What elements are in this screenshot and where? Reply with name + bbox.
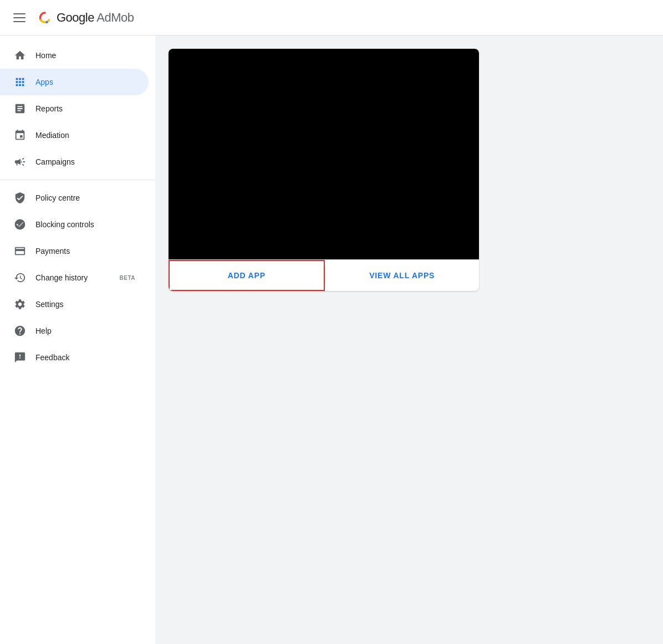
card-video-area: [169, 49, 479, 259]
settings-icon: [13, 298, 27, 311]
sidebar-item-label: Mediation: [35, 131, 135, 140]
sidebar-item-label: Campaigns: [35, 157, 135, 166]
beta-badge: BETA: [120, 275, 135, 281]
sidebar-item-policy-centre[interactable]: Policy centre: [0, 185, 149, 211]
header: Google AdMob: [0, 0, 663, 35]
sidebar-item-help[interactable]: Help: [0, 318, 149, 344]
sidebar-item-reports[interactable]: Reports: [0, 95, 149, 122]
feedback-icon: [13, 351, 27, 364]
help-icon: [13, 324, 27, 338]
sidebar-item-label: Help: [35, 326, 135, 335]
sidebar-item-home[interactable]: Home: [0, 42, 149, 69]
sidebar-item-label: Feedback: [35, 353, 135, 362]
sidebar-item-label: Home: [35, 51, 135, 60]
mediation-icon: [13, 129, 27, 142]
content-area: ADD APP VIEW ALL APPS: [155, 35, 663, 644]
sidebar-item-label: Change history: [35, 273, 109, 282]
sidebar-item-label: Payments: [35, 247, 135, 255]
apps-icon: [13, 75, 27, 89]
payments-icon: [13, 244, 27, 258]
header-title: Google AdMob: [57, 11, 134, 25]
sidebar-item-blocking-controls[interactable]: Blocking controls: [0, 211, 149, 238]
sidebar-item-label: Blocking controls: [35, 220, 135, 229]
home-icon: [13, 49, 27, 62]
sidebar-item-apps[interactable]: Apps: [0, 69, 149, 95]
sidebar-item-change-history[interactable]: Change history BETA: [0, 264, 149, 291]
sidebar-item-mediation[interactable]: Mediation: [0, 122, 149, 149]
campaigns-icon: [13, 155, 27, 168]
reports-icon: [13, 102, 27, 115]
sidebar-item-label: Settings: [35, 300, 135, 309]
app-card: ADD APP VIEW ALL APPS: [169, 49, 479, 291]
menu-button[interactable]: [9, 9, 30, 27]
history-icon: [13, 271, 27, 284]
sidebar-item-settings[interactable]: Settings: [0, 291, 149, 318]
sidebar-item-label: Apps: [35, 78, 135, 86]
sidebar-item-label: Reports: [35, 104, 135, 113]
add-app-button[interactable]: ADD APP: [169, 260, 325, 291]
logo-container: Google AdMob: [39, 11, 134, 25]
nav-divider: [0, 180, 155, 180]
svg-point-1: [45, 21, 48, 23]
admob-logo-icon: [39, 12, 51, 24]
sidebar-item-label: Policy centre: [35, 193, 135, 202]
blocking-icon: [13, 218, 27, 231]
sidebar-item-campaigns[interactable]: Campaigns: [0, 149, 149, 175]
sidebar-item-payments[interactable]: Payments: [0, 238, 149, 264]
main-layout: Home Apps Reports Mediation Campaigns: [0, 35, 663, 644]
policy-icon: [13, 191, 27, 205]
sidebar-item-feedback[interactable]: Feedback: [0, 344, 149, 371]
card-actions: ADD APP VIEW ALL APPS: [169, 259, 479, 291]
sidebar: Home Apps Reports Mediation Campaigns: [0, 35, 155, 644]
view-all-apps-button[interactable]: VIEW ALL APPS: [325, 260, 480, 291]
